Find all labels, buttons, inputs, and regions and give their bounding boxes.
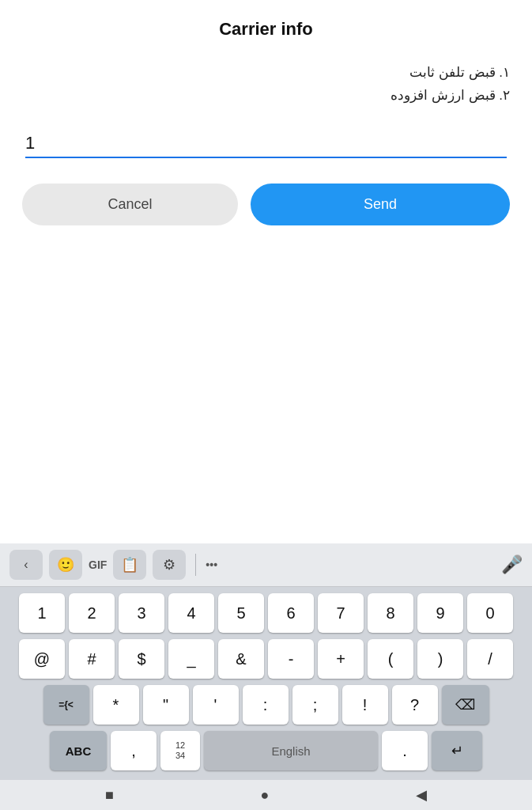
key-at[interactable]: @ <box>19 639 65 679</box>
key-2[interactable]: 2 <box>69 593 115 633</box>
send-button[interactable]: Send <box>251 184 510 225</box>
key-slash[interactable]: / <box>467 639 513 679</box>
key-6[interactable]: 6 <box>268 593 314 633</box>
key-abc[interactable]: ABC <box>50 731 107 770</box>
toolbar-separator <box>195 554 196 576</box>
keyboard-row-numbers: 1 2 3 4 5 6 7 8 9 0 <box>5 593 527 633</box>
key-1[interactable]: 1 <box>19 593 65 633</box>
keyboard-settings-button[interactable]: ⚙ <box>153 550 186 580</box>
keyboard-mic-button[interactable]: 🎤 <box>501 555 523 575</box>
key-7[interactable]: 7 <box>318 593 364 633</box>
input-container <box>22 130 510 158</box>
key-exclaim[interactable]: ! <box>342 685 388 725</box>
key-asterisk[interactable]: * <box>93 685 139 725</box>
keyboard-keys: 1 2 3 4 5 6 7 8 9 0 @ # $ _ & - + ( ) / … <box>0 587 532 780</box>
navigation-bar: ■ ● ▶ <box>0 780 532 810</box>
key-semicolon[interactable]: ; <box>292 685 338 725</box>
key-quote[interactable]: " <box>143 685 189 725</box>
dialog-body: ۱. قبض تلفن ثابت ۲. قبض ارزش افزوده <box>22 62 510 108</box>
key-ampersand[interactable]: & <box>218 639 264 679</box>
key-apostrophe[interactable]: ' <box>193 685 239 725</box>
key-period[interactable]: . <box>382 731 428 770</box>
key-3[interactable]: 3 <box>119 593 164 633</box>
dialog-body-line1: ۱. قبض تلفن ثابت <box>22 62 510 85</box>
key-colon[interactable]: : <box>243 685 289 725</box>
keyboard-back-button[interactable]: ‹ <box>9 550 43 580</box>
keyboard-gif-button[interactable]: GIF <box>89 558 107 571</box>
key-hash[interactable]: # <box>69 639 115 679</box>
key-0[interactable]: 0 <box>467 593 513 633</box>
nav-home-button[interactable]: ● <box>261 787 270 804</box>
button-row: Cancel Send <box>22 184 510 225</box>
carrier-input[interactable] <box>25 130 507 158</box>
keyboard-area: ‹ 🙂 GIF 📋 ⚙ ••• 🎤 1 2 3 4 5 6 7 8 9 0 @ … <box>0 543 532 780</box>
dialog-title: Carrier info <box>22 19 510 40</box>
cancel-button[interactable]: Cancel <box>22 184 238 225</box>
key-rparen[interactable]: ) <box>417 639 463 679</box>
keyboard-row-symbols: @ # $ _ & - + ( ) / <box>5 639 527 679</box>
key-dollar[interactable]: $ <box>119 639 164 679</box>
key-sym[interactable]: ={< <box>43 685 89 725</box>
key-5[interactable]: 5 <box>218 593 264 633</box>
key-lparen[interactable]: ( <box>368 639 413 679</box>
key-comma[interactable]: , <box>111 731 157 770</box>
keyboard-row-bottom: ABC , 1234 English . ↵ <box>5 731 527 770</box>
key-4[interactable]: 4 <box>168 593 214 633</box>
key-numpad[interactable]: 1234 <box>160 731 200 770</box>
key-space[interactable]: English <box>204 731 378 770</box>
nav-back-button[interactable]: ▶ <box>416 786 427 804</box>
nav-recents-button[interactable]: ■ <box>105 787 114 804</box>
key-underscore[interactable]: _ <box>168 639 214 679</box>
key-minus[interactable]: - <box>268 639 314 679</box>
key-8[interactable]: 8 <box>368 593 413 633</box>
keyboard-emoji-button[interactable]: 🙂 <box>49 550 82 580</box>
keyboard-more-button[interactable]: ••• <box>206 558 217 571</box>
key-enter[interactable]: ↵ <box>432 731 482 770</box>
keyboard-toolbar: ‹ 🙂 GIF 📋 ⚙ ••• 🎤 <box>0 543 532 587</box>
keyboard-clipboard-button[interactable]: 📋 <box>113 550 146 580</box>
key-question[interactable]: ? <box>392 685 438 725</box>
key-backspace[interactable]: ⌫ <box>442 685 489 725</box>
dialog-body-line2: ۲. قبض ارزش افزوده <box>22 85 510 108</box>
key-plus[interactable]: + <box>318 639 364 679</box>
dialog-container: Carrier info ۱. قبض تلفن ثابت ۲. قبض ارز… <box>0 0 532 241</box>
key-9[interactable]: 9 <box>417 593 463 633</box>
keyboard-row-misc: ={< * " ' : ; ! ? ⌫ <box>5 685 527 725</box>
